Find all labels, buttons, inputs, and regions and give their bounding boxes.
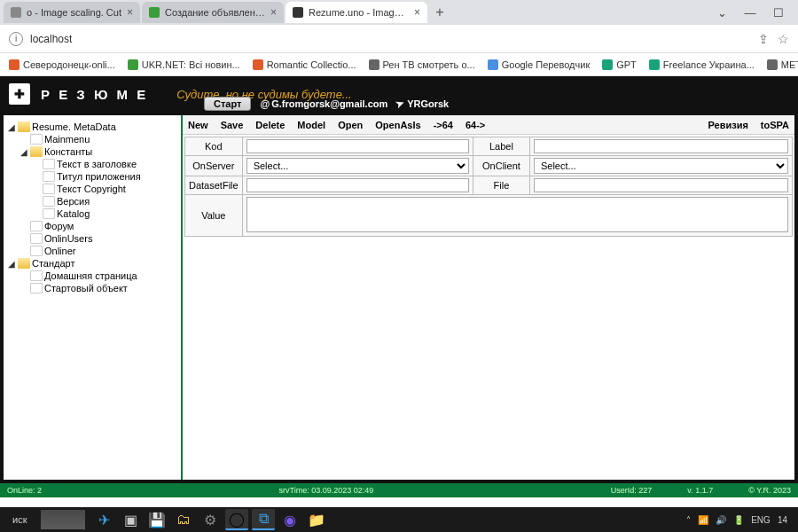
from64-button[interactable]: 64-> <box>466 120 485 130</box>
browser-tab[interactable]: o - Image scaling. Cut × <box>4 2 140 23</box>
bookmark-item[interactable]: Северодонецк-onli... <box>9 59 115 70</box>
file-icon <box>43 159 55 169</box>
tray-time[interactable]: 14 <box>778 515 787 525</box>
revision-button[interactable]: Ревизия <box>708 120 747 130</box>
tree-node[interactable]: ◢Константы <box>7 145 177 158</box>
tree-node[interactable]: Титул приложения <box>7 170 177 183</box>
file-icon <box>30 283 43 293</box>
browser-tab-active[interactable]: Rezume.uno - Image scaling. Cut × <box>286 2 427 23</box>
tree-node[interactable]: Текст Copyright <box>7 183 177 195</box>
bookmark-icon <box>602 59 613 70</box>
tray-wifi-icon[interactable]: 📶 <box>698 515 708 525</box>
bookmark-item[interactable]: Рен ТВ смотреть о... <box>369 59 475 70</box>
tree-node-root[interactable]: ◢Resume. MetaData <box>7 121 177 133</box>
new-tab-button[interactable]: + <box>429 2 450 23</box>
file-input[interactable] <box>534 178 788 192</box>
bookmark-item[interactable]: Freelance Украина... <box>649 59 755 70</box>
bookmark-icon <box>369 59 379 70</box>
bookmark-item[interactable]: UKR.NET: Всі новин... <box>128 59 240 70</box>
save-disk-icon[interactable]: 💾 <box>145 509 168 530</box>
bookmark-item[interactable]: Google Переводчик <box>488 59 591 70</box>
tree-node[interactable]: Домашняя страница <box>7 270 177 282</box>
folder-icon[interactable]: 📁 <box>305 509 328 530</box>
settings-icon[interactable]: ⚙ <box>199 509 222 530</box>
tree-node[interactable]: ◢Стандарт <box>7 257 177 270</box>
terminal-icon[interactable]: ▣ <box>119 509 142 530</box>
file-icon <box>30 270 43 281</box>
tree-node[interactable]: Katalog <box>7 207 177 220</box>
telegram-link[interactable]: ➤ YRGorsk <box>396 98 449 110</box>
datasetfile-input[interactable] <box>246 178 469 192</box>
status-version: v. 1.1.7 <box>687 486 713 495</box>
tree-node[interactable]: Mainmenu <box>7 133 177 145</box>
bookmark-icon <box>488 59 498 70</box>
label-label: Label <box>473 137 529 156</box>
file-icon <box>30 221 43 231</box>
delete-button[interactable]: Delete <box>255 120 285 130</box>
to64-button[interactable]: ->64 <box>434 120 453 130</box>
app-container: ✚ Р Е З Ю М Е Судите, но не судимы будет… <box>0 76 798 497</box>
taskbar-widget-icon[interactable] <box>41 510 85 529</box>
main-panel: New Save Delete Model Open OpenAsIs ->64… <box>181 115 794 480</box>
status-online: OnLine: 2 <box>7 486 42 495</box>
open-button[interactable]: Open <box>338 120 363 130</box>
file-icon <box>30 233 43 244</box>
chrome-icon[interactable]: ◯ <box>225 509 248 530</box>
os-taskbar: иск ✈ ▣ 💾 🗂 ⚙ ◯ ⧉ ◉ 📁 ˄ 📶 🔊 🔋 ENG 14 <box>0 507 798 532</box>
site-info-icon[interactable]: i <box>9 32 23 46</box>
new-button[interactable]: New <box>188 120 208 130</box>
favicon-icon <box>149 7 160 18</box>
file-label: File <box>473 176 529 195</box>
taskbar-search[interactable]: иск <box>5 514 34 525</box>
tree-node[interactable]: OnlinUsers <box>7 232 177 245</box>
explorer-icon[interactable]: 🗂 <box>172 509 195 530</box>
tray-battery-icon[interactable]: 🔋 <box>733 515 744 525</box>
onclient-select[interactable]: Select... <box>534 158 788 174</box>
datasetfile-label: DatasetFile <box>185 176 243 195</box>
minimize-icon[interactable]: — <box>741 6 759 20</box>
vscode-icon[interactable]: ⧉ <box>252 509 275 530</box>
close-icon[interactable]: × <box>127 6 133 19</box>
status-userid: UserId: 227 <box>611 486 653 495</box>
status-srvtime: srvTime: 03.09.2023 02:49 <box>77 486 575 495</box>
tray-volume-icon[interactable]: 🔊 <box>716 515 726 525</box>
folder-icon <box>18 258 30 269</box>
close-icon[interactable]: × <box>414 6 420 19</box>
tospa-button[interactable]: toSPA <box>761 120 789 130</box>
url-field[interactable]: localhost <box>30 33 751 45</box>
chevron-down-icon[interactable]: ⌄ <box>713 6 731 20</box>
value-textarea[interactable] <box>246 197 788 232</box>
tab-label: Создание объявления об услуг <box>165 7 265 18</box>
bookmark-item[interactable]: Romantic Collectio... <box>253 59 356 70</box>
tree-node[interactable]: Стартовый объект <box>7 282 177 294</box>
tree-node[interactable]: Текст в заголовке <box>7 158 177 170</box>
save-button[interactable]: Save <box>221 120 244 130</box>
share-icon[interactable]: ⇪ <box>758 32 769 46</box>
tree-node[interactable]: Форум <box>7 220 177 232</box>
tree-node[interactable]: Версия <box>7 195 177 207</box>
email-link[interactable]: @G.fromgorsk@gmail.com <box>260 98 387 109</box>
star-icon[interactable]: ☆ <box>778 32 789 46</box>
app-subheader: Старт @G.fromgorsk@gmail.com ➤ YRGorsk <box>0 96 798 112</box>
model-button[interactable]: Model <box>297 120 325 130</box>
tree-node[interactable]: Onliner <box>7 245 177 257</box>
onserver-select[interactable]: Select... <box>246 158 469 174</box>
tor-icon[interactable]: ◉ <box>278 509 301 530</box>
bookmark-item[interactable]: METANIT.COM - Са... <box>767 59 798 70</box>
bookmark-icon <box>649 59 660 70</box>
bookmark-item[interactable]: GPT <box>602 59 637 70</box>
onserver-label: OnServer <box>185 156 243 176</box>
openasis-button[interactable]: OpenAsIs <box>375 120 420 130</box>
telegram-icon[interactable]: ✈ <box>92 509 115 530</box>
browser-tab[interactable]: Создание объявления об услуг × <box>142 2 284 23</box>
value-label: Value <box>185 195 243 237</box>
browser-tab-bar: o - Image scaling. Cut × Создание объявл… <box>0 0 798 25</box>
bookmark-icon <box>128 59 138 70</box>
tray-lang[interactable]: ENG <box>751 515 771 525</box>
kod-input[interactable] <box>246 139 469 153</box>
close-icon[interactable]: × <box>270 6 277 19</box>
tray-chevron-icon[interactable]: ˄ <box>686 515 691 525</box>
label-input[interactable] <box>534 139 788 153</box>
maximize-icon[interactable]: ☐ <box>770 6 787 20</box>
start-button[interactable]: Старт <box>204 97 251 111</box>
